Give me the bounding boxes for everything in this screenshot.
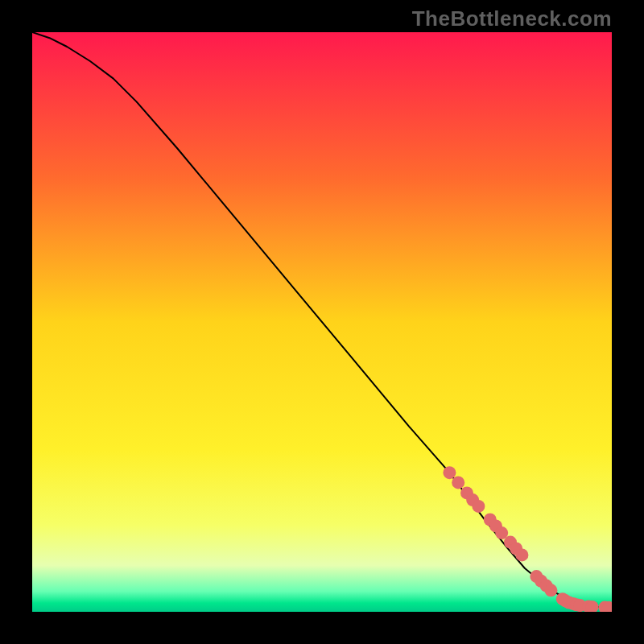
highlight-point [443, 466, 456, 479]
watermark-label: TheBottleneck.com [412, 6, 612, 31]
highlight-point [544, 584, 557, 597]
highlight-point [515, 548, 528, 561]
chart-frame: TheBottleneck.com [0, 0, 644, 644]
chart-plot [32, 32, 612, 612]
highlight-point [472, 500, 485, 513]
highlight-point [452, 476, 464, 489]
